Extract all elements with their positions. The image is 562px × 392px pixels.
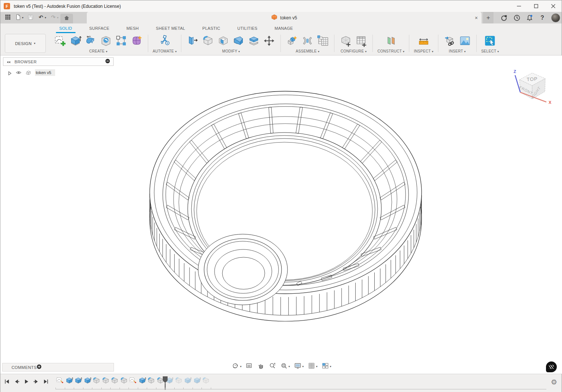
ribbon-group-label[interactable]: ASSEMBLE ▾ — [296, 49, 320, 53]
construct-plane-button[interactable] — [384, 35, 398, 48]
chevron-down-icon[interactable]: ▾ — [316, 365, 318, 368]
go-to-end-button[interactable] — [42, 379, 50, 386]
home-button[interactable] — [60, 14, 73, 23]
orbit-button[interactable]: ▾ — [230, 362, 242, 371]
combine-button[interactable] — [232, 35, 245, 48]
go-to-start-button[interactable] — [3, 379, 11, 386]
browser-root-label[interactable]: token v5 — [35, 69, 55, 76]
timeline-settings-gear-icon[interactable]: ⚙ — [551, 379, 557, 386]
chevron-down-icon[interactable]: ▾ — [432, 50, 434, 53]
insert-canvas-button[interactable] — [458, 35, 472, 48]
fillet-button[interactable] — [201, 35, 215, 48]
insert-derive-button[interactable] — [443, 35, 457, 48]
ribbon-group-label[interactable]: INSPECT ▾ — [414, 49, 434, 53]
tab-mesh[interactable]: MESH — [118, 26, 147, 33]
chevron-down-icon[interactable]: ▾ — [45, 16, 46, 19]
ribbon-group-label[interactable]: CREATE ▾ — [89, 49, 107, 53]
hole-button[interactable] — [99, 35, 113, 48]
split-button[interactable] — [247, 35, 261, 48]
fit-button[interactable]: ▾ — [279, 362, 291, 371]
tab-manage[interactable]: MANAGE — [266, 26, 301, 33]
create-sketch-button[interactable] — [53, 35, 67, 48]
timeline-feature-extrude[interactable] — [193, 377, 202, 386]
extensions-button[interactable] — [501, 14, 508, 22]
form-button[interactable] — [130, 35, 143, 48]
configuration-button[interactable] — [339, 35, 353, 48]
measure-button[interactable] — [417, 35, 431, 48]
file-new-button[interactable]: ▾ — [13, 13, 25, 23]
grid-snaps-button[interactable]: ▾ — [307, 362, 319, 371]
disclosure-arrow-icon[interactable] — [7, 70, 12, 75]
job-status-button[interactable] — [513, 14, 521, 22]
browser-header[interactable]: BROWSER — [3, 57, 114, 66]
timeline-ruler[interactable] — [55, 389, 546, 389]
chevron-down-icon[interactable]: ▾ — [175, 50, 177, 53]
document-tab[interactable]: token v5 × — [87, 12, 482, 23]
automate-button[interactable] — [158, 35, 172, 48]
timeline-feature-fillet[interactable] — [110, 377, 120, 386]
chevron-down-icon[interactable]: ▾ — [498, 50, 499, 53]
redo-button[interactable]: ↷▾ — [48, 13, 60, 23]
chevron-down-icon[interactable]: ▾ — [330, 365, 331, 368]
timeline-feature-sketch[interactable] — [55, 377, 65, 386]
extrude-button[interactable] — [69, 35, 82, 48]
view-cube[interactable]: TOP FRONT RIGHT Z X — [511, 65, 553, 106]
workspace-menu[interactable]: DESIGN ▾ — [5, 34, 46, 53]
ribbon-group-label[interactable]: SELECT ▾ — [481, 49, 499, 53]
pattern-button[interactable] — [114, 35, 128, 48]
chevron-down-icon[interactable]: ▾ — [403, 50, 404, 53]
play-button[interactable] — [23, 379, 30, 386]
timeline-feature-fillet[interactable] — [201, 377, 211, 386]
timeline-feature-fillet[interactable] — [101, 377, 111, 386]
browser-root-row[interactable]: token v5 — [3, 69, 114, 76]
feedback-bubble-button[interactable] — [546, 361, 557, 372]
step-back-button[interactable] — [13, 379, 20, 386]
chevron-down-icon[interactable]: ▾ — [365, 50, 366, 53]
new-component-button[interactable] — [285, 35, 299, 48]
timeline-feature-extrude[interactable] — [65, 377, 74, 386]
timeline-feature-sketch[interactable] — [128, 377, 138, 386]
select-button[interactable] — [483, 35, 497, 48]
model-canvas[interactable]: BROWSER token v5 TOP FRONT RIGHT Z — [0, 55, 562, 374]
ribbon-group-label[interactable]: CONSTRUCT ▾ — [377, 49, 404, 53]
chevron-down-icon[interactable]: ▾ — [238, 50, 240, 53]
ribbon-group-label[interactable]: MODIFY ▾ — [222, 49, 240, 53]
timeline-feature-extrude[interactable] — [74, 377, 83, 386]
step-forward-button[interactable] — [32, 379, 40, 386]
minimize-button[interactable] — [510, 0, 527, 12]
timeline-feature-extrude[interactable] — [83, 377, 92, 386]
save-button[interactable] — [25, 13, 36, 23]
chevron-down-icon[interactable]: ▾ — [288, 365, 290, 368]
add-comment-icon[interactable] — [36, 364, 42, 371]
timeline-feature-extrude[interactable] — [138, 377, 147, 386]
chevron-down-icon[interactable]: ▾ — [57, 16, 58, 19]
press-pull-button[interactable] — [186, 35, 200, 48]
zoom-button[interactable] — [267, 362, 277, 371]
revolve-button[interactable] — [84, 35, 98, 48]
collapse-panel-icon[interactable] — [6, 60, 12, 64]
ribbon-group-label[interactable]: AUTOMATE ▾ — [153, 49, 177, 53]
joint-button[interactable] — [301, 35, 314, 48]
chevron-down-icon[interactable]: ▾ — [464, 50, 466, 53]
look-at-button[interactable] — [244, 362, 254, 371]
timeline-feature-extrude[interactable] — [183, 377, 193, 386]
timeline-feature-fillet[interactable] — [92, 377, 101, 386]
help-button[interactable]: ? — [539, 14, 546, 22]
tab-plastic[interactable]: PLASTIC — [194, 26, 229, 33]
display-settings-button[interactable]: ▾ — [292, 362, 305, 371]
viewports-button[interactable]: ▾ — [320, 362, 333, 371]
chevron-down-icon[interactable]: ▾ — [22, 16, 23, 19]
pan-button[interactable] — [255, 362, 266, 371]
profile-avatar[interactable] — [551, 13, 560, 22]
token-wireframe-model[interactable] — [0, 55, 562, 374]
app-grid-button[interactable] — [3, 13, 13, 23]
notifications-button[interactable] — [526, 14, 533, 22]
minimize-panel-icon[interactable] — [105, 58, 110, 65]
maximize-button[interactable] — [527, 0, 544, 12]
chevron-down-icon[interactable]: ▾ — [240, 365, 241, 368]
new-tab-button[interactable]: + — [483, 12, 493, 23]
undo-button[interactable]: ↶▾ — [36, 13, 48, 23]
close-button[interactable] — [544, 0, 562, 12]
ribbon-group-label[interactable]: INSERT ▾ — [449, 49, 466, 53]
configuration-table-button[interactable] — [354, 35, 368, 48]
